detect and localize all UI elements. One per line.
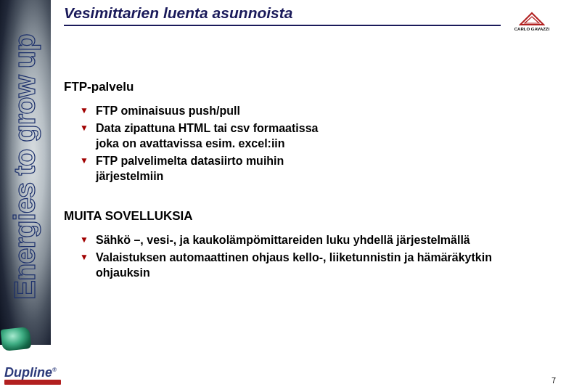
decorative-jewel	[1, 327, 32, 351]
list-item-text: Data zipattuna HTML tai csv formaatissa …	[96, 122, 318, 150]
bullet-down-icon: ▼	[80, 105, 89, 116]
brand-name: CARLO GAVAZZI	[514, 27, 549, 31]
sidebar-banner: Energies to grow up	[0, 0, 51, 345]
sidebar-tagline: Energies to grow up	[9, 34, 41, 299]
bullet-down-icon: ▼	[80, 234, 89, 245]
section1-heading: FTP-palvelu	[64, 80, 544, 94]
list-item: ▼Valaistuksen automaattinen ohjaus kello…	[80, 250, 530, 281]
section2-list: ▼Sähkö –, vesi-, ja kaukolämpömittareide…	[80, 232, 544, 281]
footer-logo-text: Dupline®	[4, 366, 61, 379]
brand-triangle-icon	[519, 12, 545, 26]
bullet-down-icon: ▼	[80, 122, 89, 134]
bullet-down-icon: ▼	[80, 251, 89, 263]
list-item: ▼Sähkö –, vesi-, ja kaukolämpömittareide…	[80, 232, 530, 248]
footer-logo-bar	[4, 380, 61, 385]
list-item-text: Valaistuksen automaattinen ohjaus kello-…	[96, 251, 492, 279]
section1-list: ▼FTP ominaisuus push/pull ▼Data zipattun…	[80, 103, 544, 184]
list-item: ▼FTP ominaisuus push/pull	[80, 103, 319, 119]
section2-heading: MUITA SOVELLUKSIA	[64, 209, 544, 224]
list-item: ▼FTP palvelimelta datasiirto muihin järj…	[80, 153, 319, 184]
footer-logo: Dupline®	[4, 366, 61, 385]
page-number: 7	[551, 376, 556, 385]
main-content: FTP-palvelu ▼FTP ominaisuus push/pull ▼D…	[64, 80, 544, 306]
list-item-text: FTP palvelimelta datasiirto muihin järje…	[96, 155, 284, 183]
bullet-down-icon: ▼	[80, 155, 89, 166]
list-item: ▼Data zipattuna HTML tai csv formaatissa…	[80, 121, 319, 152]
slide-header: Vesimittarien luenta asunnoista	[64, 4, 501, 26]
list-item-text: Sähkö –, vesi-, ja kaukolämpömittareiden…	[96, 234, 470, 246]
brand-logo: CARLO GAVAZZI	[506, 9, 557, 33]
list-item-text: FTP ominaisuus push/pull	[96, 105, 240, 117]
page-title: Vesimittarien luenta asunnoista	[64, 4, 501, 26]
